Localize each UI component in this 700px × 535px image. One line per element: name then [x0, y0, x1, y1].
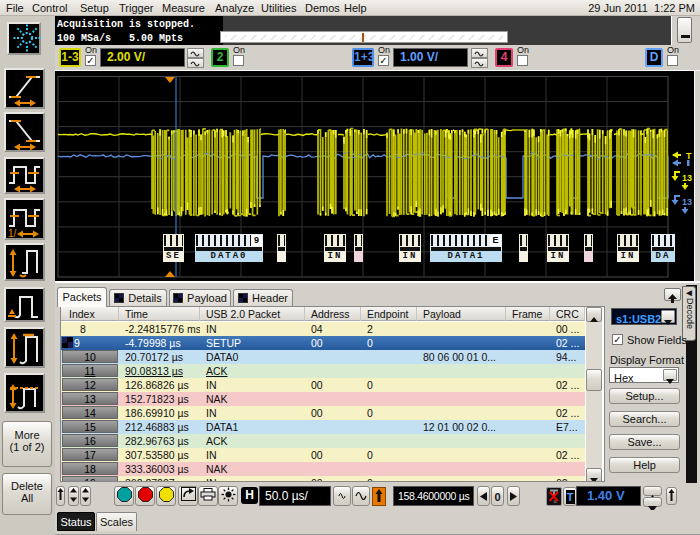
svg-text:13: 13	[682, 173, 692, 183]
svg-text:1/: 1/	[8, 228, 17, 239]
svg-text:u: u	[554, 498, 557, 504]
svg-text:13: 13	[682, 197, 692, 207]
svg-text:T: T	[686, 151, 692, 161]
